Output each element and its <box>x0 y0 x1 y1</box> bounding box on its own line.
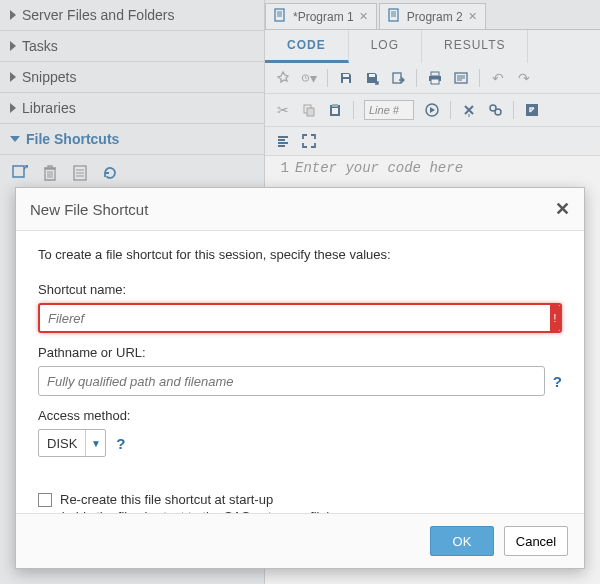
access-method-label: Access method: <box>38 408 562 423</box>
dialog-intro: To create a file shortcut for this sessi… <box>38 247 562 262</box>
pathname-label: Pathname or URL: <box>38 345 562 360</box>
recreate-label: Re-create this file shortcut at start-up <box>60 491 331 509</box>
dialog-footer: OK Cancel <box>16 513 584 568</box>
help-icon[interactable]: ? <box>116 435 125 452</box>
access-method-select[interactable]: DISK ▼ <box>38 429 106 457</box>
dialog-title: New File Shortcut <box>30 201 148 218</box>
close-icon[interactable]: ✕ <box>555 198 570 220</box>
chevron-down-icon[interactable]: ▼ <box>85 430 105 456</box>
new-file-shortcut-dialog: New File Shortcut ✕ To create a file sho… <box>15 187 585 569</box>
ok-button[interactable]: OK <box>430 526 494 556</box>
cancel-button[interactable]: Cancel <box>504 526 568 556</box>
shortcut-name-wrap: ! <box>38 303 562 333</box>
dialog-body: To create a file shortcut for this sessi… <box>16 231 584 513</box>
error-flag-icon: ! <box>550 305 560 331</box>
shortcut-name-input[interactable] <box>38 303 562 333</box>
recreate-checkbox-row: Re-create this file shortcut at start-up… <box>38 491 562 513</box>
shortcut-name-label: Shortcut name: <box>38 282 562 297</box>
help-icon[interactable]: ? <box>553 373 562 390</box>
pathname-row: ? <box>38 366 562 396</box>
pathname-input[interactable] <box>38 366 545 396</box>
access-method-value: DISK <box>39 430 85 456</box>
dialog-header: New File Shortcut ✕ <box>16 188 584 231</box>
access-method-row: DISK ▼ ? <box>38 429 562 457</box>
recreate-checkbox[interactable] <box>38 493 52 507</box>
